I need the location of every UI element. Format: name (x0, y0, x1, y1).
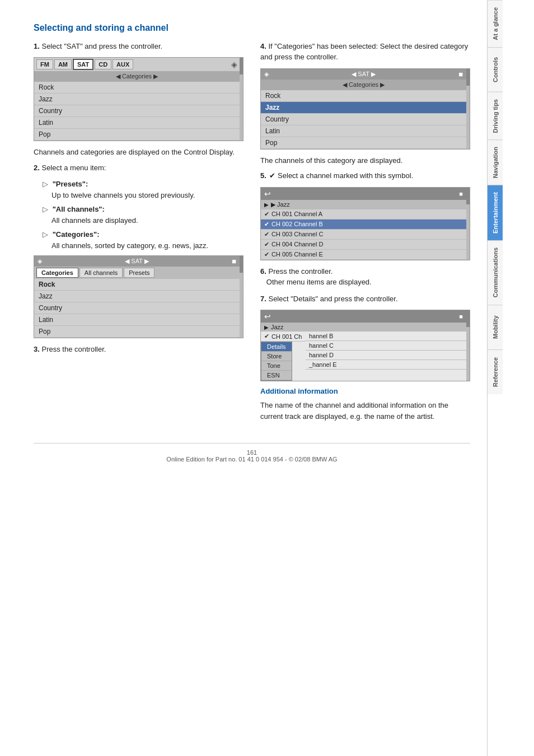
screen-mockup-1: FM AM SAT CD AUX ◈ ◀ Categories ▶ Rock J… (34, 57, 243, 141)
sidebar-tab-mobility[interactable]: Mobility (488, 305, 503, 349)
presets-title: "Presets": (53, 180, 88, 188)
menu-details[interactable]: Details (261, 342, 292, 352)
ch5-001-label: CH 001 Ch (271, 333, 302, 340)
ch3-latin: Latin (261, 125, 466, 137)
menu-tone[interactable]: Tone (261, 361, 292, 371)
step-3-number: 3. (34, 345, 40, 353)
ch3-rock: Rock (261, 90, 466, 102)
menu-esn[interactable]: ESN (261, 371, 292, 380)
channel-pop: Pop (34, 129, 240, 141)
sat-back-icon: ◈ (38, 258, 42, 265)
screen5-body: ✔ CH 001 Ch Details Store Tone ESN (261, 332, 466, 381)
back-top-4: ↩ ■ (261, 188, 466, 200)
tab-all-channels[interactable]: All channels (79, 268, 123, 278)
back-top-5: ↩ ■ (261, 310, 466, 323)
tab-presets[interactable]: Presets (124, 268, 154, 278)
ch4-005: ✔ CH 005 Channel E (261, 250, 466, 260)
sub-all-channels: ▷ "All channels": All channels are displ… (43, 204, 243, 226)
source-fm[interactable]: FM (36, 59, 53, 69)
channel2-jazz: Jazz (34, 291, 240, 302)
sidebar-tab-entertainment[interactable]: Entertainment (488, 185, 503, 240)
ch4-004: ✔ CH 004 Channel D (261, 240, 466, 250)
sat-header-2: ◈ ◀ SAT ▶ ■ (34, 256, 240, 267)
body-text-category: The channels of this category are displa… (260, 155, 470, 166)
sidebar-tab-at-a-glance[interactable]: At a glance (488, 0, 503, 47)
sidebar-tab-driving-tips[interactable]: Driving tips (488, 92, 503, 140)
ch3-pop: Pop (261, 137, 466, 149)
sat-label-2: ◀ SAT ▶ (125, 258, 149, 265)
step-1-number: 1. (34, 42, 40, 50)
additional-info-body: The name of the channel and additional i… (260, 400, 470, 422)
sat3-signal-icon: ■ (458, 70, 463, 78)
check-5-1: ✔ (264, 333, 269, 340)
step-4-prefix: If "Categories" has been selected: (268, 42, 378, 50)
back-signal-4: ■ (459, 190, 463, 197)
additional-info-title: Additional information (260, 387, 470, 395)
source-sat[interactable]: SAT (73, 59, 93, 70)
scrollbar-2[interactable] (240, 256, 243, 338)
step-1-text: Select "SAT" and press the controller. (41, 42, 162, 50)
ch3-jazz: Jazz (261, 102, 466, 114)
step-7-number: 7. (260, 295, 266, 303)
screen-mockup-2: ◈ ◀ SAT ▶ ■ Categories All channels Pres… (34, 255, 243, 338)
sidebar-tab-reference[interactable]: Reference (488, 349, 503, 394)
sidebar-tab-navigation[interactable]: Navigation (488, 139, 503, 185)
ch4-005-label: CH 005 Channel E (271, 251, 323, 258)
scrollbar-thumb-4 (466, 188, 470, 204)
sidebar-tab-controls[interactable]: Controls (488, 47, 503, 92)
tab-categories[interactable]: Categories (36, 268, 78, 278)
step-6-number: 6. (260, 267, 266, 276)
step-3-text: Press the controller. (41, 345, 106, 353)
context-menu-col: ✔ CH 001 Ch Details Store Tone ESN (261, 332, 306, 381)
check-4-2: ✔ (264, 221, 269, 228)
sidebar-tab-communications[interactable]: Communications (488, 240, 503, 304)
source-aux[interactable]: AUX (113, 59, 133, 69)
check-4-3: ✔ (264, 231, 269, 238)
channel-country: Country (34, 105, 240, 117)
sat-header-3: ◈ ◀ SAT ▶ ■ (261, 69, 466, 80)
page-title: Selecting and storing a channel (34, 22, 470, 34)
sat-signal-icon: ■ (232, 257, 236, 265)
ch4-001: ✔ CH 001 Channel A (261, 209, 466, 220)
source-cd[interactable]: CD (95, 59, 111, 69)
source-bar: FM AM SAT CD AUX ◈ (34, 58, 240, 71)
menu-store[interactable]: Store (261, 352, 292, 361)
step-5-number: 5. (260, 171, 266, 180)
step-4-number: 4. (260, 42, 266, 50)
step-2: 2. Select a menu item: (34, 162, 243, 174)
scrollbar-3[interactable] (466, 69, 470, 149)
step-2-number: 2. (34, 164, 40, 172)
jazz-label-5: Jazz (271, 324, 284, 330)
back-icon-4: ↩ (264, 189, 271, 198)
step-6: 6. Press the controller. Other menu item… (260, 266, 470, 288)
channel2-country: Country (34, 302, 240, 314)
sat3-back-icon: ◈ (264, 71, 269, 78)
ch5-right-d: hannel D (306, 351, 466, 360)
screen-mockup-5: ↩ ■ ▶ Jazz ✔ CH 001 Ch (260, 310, 470, 381)
step-2-text: Select a menu item: (41, 164, 106, 172)
step-5: 5. ✔ Select a channel marked with this s… (260, 170, 470, 181)
categories-bar-3: ◀ Categories ▶ (261, 80, 466, 90)
screen-mockup-3: ◈ ◀ SAT ▶ ■ ◀ Categories ▶ Rock Jazz Cou… (260, 68, 470, 150)
footer: 161 Online Edition for Part no. 01 41 0 … (34, 443, 470, 463)
scrollbar-thumb-2 (240, 256, 243, 273)
step-4: 4. If "Categories" has been selected: Se… (260, 41, 470, 63)
channel-list-4: ✔ CH 001 Channel A ✔ CH 002 Channel B ✔ … (261, 209, 466, 260)
channel2-latin: Latin (34, 314, 240, 326)
ch4-004-label: CH 004 Channel D (271, 241, 323, 248)
scrollbar-5[interactable] (466, 310, 470, 381)
scrollbar-4[interactable] (466, 188, 470, 260)
categories-bar-1: ◀ Categories ▶ (34, 71, 240, 82)
jazz-arrow-5: ▶ (264, 324, 269, 330)
sub-list: ▷ "Presets": Up to twelve channels you s… (43, 179, 243, 251)
ch5-001: ✔ CH 001 Ch (261, 332, 306, 342)
back-signal-5: ■ (459, 313, 463, 320)
check-4-5: ✔ (264, 251, 269, 258)
presets-body: Up to twelve channels you stored previou… (51, 191, 195, 199)
scrollbar-1[interactable] (240, 58, 243, 141)
step-3: 3. Press the controller. (34, 344, 243, 355)
source-am[interactable]: AM (54, 59, 72, 69)
sidebar-tabs: At a glance Controls Driving tips Naviga… (487, 0, 503, 756)
ch5-right-b: hannel B (306, 332, 466, 341)
screen-mockup-4: ↩ ■ ▶ ▶ Jazz ✔ CH 001 Channel A (260, 187, 470, 260)
